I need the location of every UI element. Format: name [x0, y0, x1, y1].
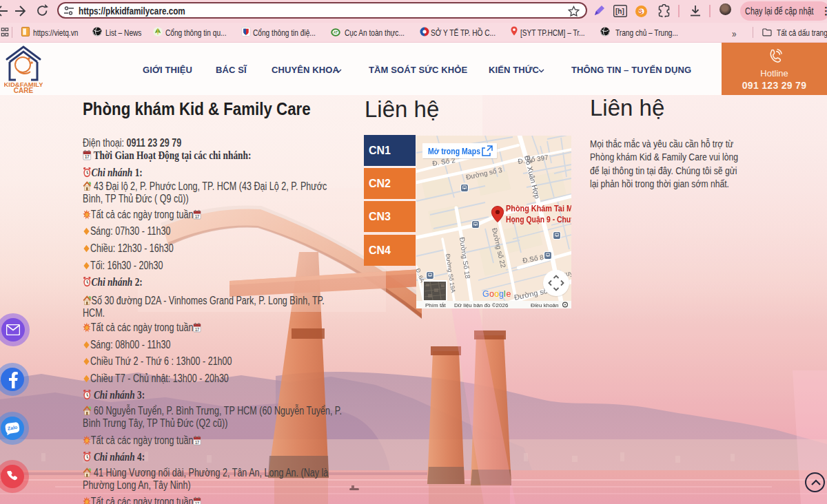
svg-text:Điều khoản: Điều khoản: [531, 302, 558, 308]
svg-text:Phím tắt: Phím tắt: [425, 302, 447, 308]
svg-text:AT: AT: [334, 30, 338, 34]
svg-text:o: o: [489, 289, 494, 299]
svg-text:Dữ liệu bản đồ ©2026: Dữ liệu bản đồ ©2026: [454, 302, 509, 308]
svg-text:[h]: [h]: [615, 8, 624, 15]
svg-text:Phòng Khám Tai M: Phòng Khám Tai M: [506, 203, 571, 213]
svg-text:CARE: CARE: [14, 87, 34, 94]
svg-text:G: G: [482, 289, 489, 299]
svg-text:l: l: [504, 289, 506, 299]
svg-text:Họng Quận 9 - Chuy: Họng Quận 9 - Chuy: [506, 214, 571, 224]
svg-text:o: o: [494, 289, 499, 299]
svg-text:e: e: [507, 289, 511, 299]
svg-text:g: g: [499, 289, 504, 299]
svg-text:Mở trong Maps: Mở trong Maps: [428, 146, 480, 156]
svg-text:S: S: [639, 8, 643, 15]
